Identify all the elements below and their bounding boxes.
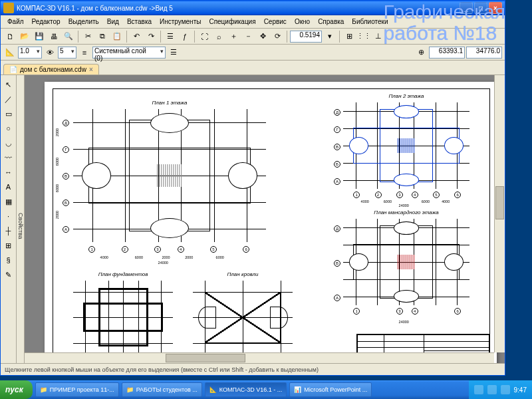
horizontal-scrollbar[interactable] [25,352,494,363]
taskbar: пуск 📁ПРИМЕР проекта 11-... 📁РАБОТЫ студ… [0,380,532,399]
workarea: ↖ ／ ▭ ○ ◡ 〰 ↔ A ▦ · ┼ ⊞ § ✎ Свойства Пла… [1,75,505,363]
plan-title: План мансардного этажа [343,209,469,215]
pan-icon[interactable]: ✥ [256,30,269,43]
new-icon[interactable]: 🗋 [3,30,17,43]
arrow-tool-icon[interactable]: ↖ [2,78,15,91]
view-combo[interactable]: 5 [58,47,76,59]
print-icon[interactable]: 🖶 [47,30,61,43]
menu-window[interactable]: Окно [291,17,314,27]
edit-tool-icon[interactable]: ✎ [2,268,15,281]
hatch-tool-icon[interactable]: ▦ [2,195,15,208]
tray-volume-icon[interactable] [501,385,510,394]
line-tool-icon[interactable]: ／ [2,92,15,106]
vertical-scrollbar[interactable] [494,75,505,352]
dim-tool-icon[interactable]: ↔ [2,166,15,179]
copy-icon[interactable]: ⧉ [96,30,109,43]
scale-combo[interactable]: 1.0 [18,47,42,59]
menu-file[interactable]: Файл [3,17,28,27]
toolbar-separator [339,31,340,43]
circle-tool-icon[interactable]: ○ [2,122,15,135]
properties-icon[interactable]: ☰ [164,30,177,43]
open-icon[interactable]: 📂 [18,30,31,43]
axis-bubble: 6 [243,246,249,253]
zoom-fit-icon[interactable]: ⛶ [198,30,211,43]
taskbar-item[interactable]: 📁ПРИМЕР проекта 11-... [35,382,119,397]
layer-combo[interactable]: Системный слой (0) [92,47,166,59]
sheet-frame: План 1 этажа [53,88,490,363]
slide-title-overlay: Графическая работа №18 [384,1,505,43]
taskbar-item[interactable]: 📊Microsoft PowerPoint ... [289,382,372,397]
plan-2-floor: План 2 этажа Д Г [343,102,469,189]
tray-icon[interactable] [487,385,497,394]
undo-icon[interactable]: ↶ [130,30,143,43]
coord-icon[interactable]: ⊕ [414,46,428,59]
plan-1-floor: План 1 этажа [73,109,266,242]
table-tool-icon[interactable]: ⊞ [2,239,15,252]
axis-bubble: 2 [122,246,128,253]
slide-title-line2: работа №18 [384,23,505,44]
document-tabs: 📄 дом с балконами.cdw × [1,61,505,75]
document-tab[interactable]: 📄 дом с балконами.cdw × [3,64,99,74]
taskbar-item-active[interactable]: 📐КОМПАС-3D V16.1 - ... [205,382,287,397]
start-button[interactable]: пуск [0,380,33,399]
taskbar-item[interactable]: 📁РАБОТЫ студентов ... [122,382,202,397]
menu-service[interactable]: Сервис [260,17,291,27]
point-tool-icon[interactable]: · [2,209,15,223]
close-tab-icon[interactable]: × [89,66,93,73]
coord-y-field[interactable]: 34776.0 [466,47,502,59]
axis-bubble: Д [63,120,69,126]
rect-tool-icon[interactable]: ▭ [2,107,15,120]
zoom-window-icon[interactable]: ⌕ [212,30,225,43]
axis-bubble: 1 [88,246,95,253]
redo-icon[interactable]: ↷ [144,30,158,43]
zoom-step-icon[interactable]: ▾ [323,30,336,43]
layer-manager-icon[interactable]: ☰ [167,46,180,59]
axis-bubble: Г [63,146,69,153]
grid-icon[interactable]: ⋮⋮ [357,30,370,43]
zoom-in-icon[interactable]: ＋ [227,30,240,43]
spline-tool-icon[interactable]: 〰 [2,151,15,164]
toolbar-separator [78,31,78,43]
scale-icon[interactable]: 📐 [3,46,17,59]
plan-title: План 2 этажа [343,93,469,99]
canvas[interactable]: План 1 этажа [25,75,505,363]
menu-tools[interactable]: Инструменты [156,17,205,27]
menu-insert[interactable]: Вставка [123,17,156,27]
preview-icon[interactable]: 🔍 [62,30,75,43]
tray-icon[interactable] [474,385,483,394]
axis-bubble: Б [63,200,69,206]
axis-tool-icon[interactable]: ┼ [2,224,15,237]
save-icon[interactable]: 💾 [33,30,46,43]
left-palette: ↖ ／ ▭ ○ ◡ 〰 ↔ A ▦ · ┼ ⊞ § ✎ [1,75,17,363]
plan-title: План кровли [193,271,293,277]
toolbar-separator [126,31,127,43]
view-mode-icon[interactable]: 👁 [43,46,57,59]
clock[interactable]: 9:47 [514,386,527,394]
coord-x-field[interactable]: 63393.1 [429,47,465,59]
text-tool-icon[interactable]: A [2,180,15,194]
zoom-field[interactable]: 0.5194 [290,31,322,43]
axis-bubble: В [63,173,69,180]
view-toolbar: 📐 1.0 👁 5 ≡ Системный слой (0) ☰ ⊕ 63393… [1,45,505,61]
layer-icon[interactable]: ≡ [78,46,91,59]
zoom-out-icon[interactable]: － [241,30,255,43]
app-icon [3,3,14,13]
plan-title: План фундаментов [73,271,173,277]
menu-spec[interactable]: Спецификация [205,17,259,27]
toolbar-separator [160,31,161,43]
plan-title: План 1 этажа [73,100,266,106]
start-label: пуск [5,385,23,394]
menu-edit[interactable]: Редактор [28,17,65,27]
menu-view[interactable]: Вид [103,17,123,27]
menu-select[interactable]: Выделить [65,17,103,27]
refresh-icon[interactable]: ⟳ [271,30,284,43]
properties-panel-tab[interactable]: Свойства [17,75,25,363]
paste-icon[interactable]: 📋 [110,30,124,43]
file-icon: 📄 [9,66,17,73]
cut-icon[interactable]: ✂ [81,30,94,43]
arc-tool-icon[interactable]: ◡ [2,136,15,150]
variables-icon[interactable]: ƒ [178,30,192,43]
symbol-tool-icon[interactable]: § [2,253,15,267]
menu-help[interactable]: Справка [314,17,348,27]
snap-icon[interactable]: ⊞ [342,30,356,43]
